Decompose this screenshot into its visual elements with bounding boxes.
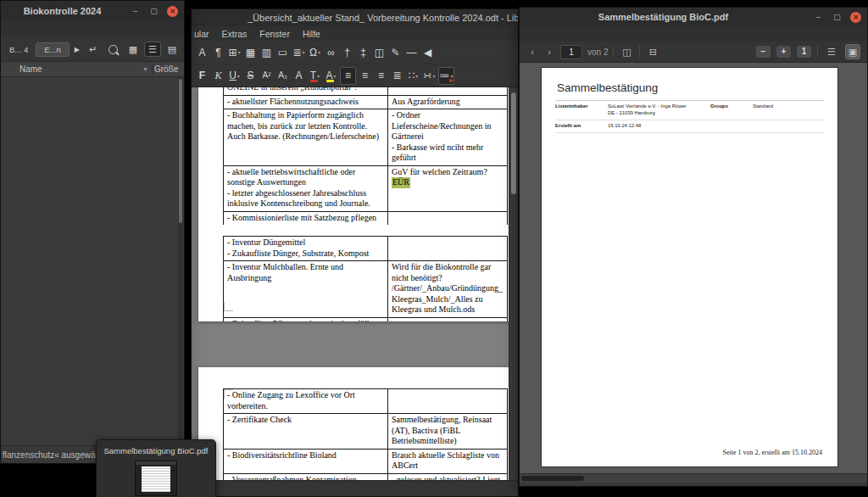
writer-menubar: ularExtrasFensterHilfe <box>192 26 518 41</box>
subscript-icon[interactable]: A₂ ▾ <box>275 68 290 84</box>
list-column-headers[interactable]: Name ▼ Größe <box>1 62 184 77</box>
dual-page-view-icon[interactable]: ▣ <box>845 44 860 59</box>
icon-glyph: ∺ <box>423 70 431 81</box>
track-changes-icon[interactable]: ✎ ▾ <box>388 44 403 60</box>
formatting-marks-icon[interactable]: ¶ ▾ <box>211 44 225 60</box>
chevron-down-icon: ▾ <box>334 73 337 79</box>
cell-text: - aktuelle betriebswirtschaftliche oder … <box>227 167 370 209</box>
table-row: - aktuellster Flächennutzungsnachweis Au… <box>223 96 508 110</box>
zoom-out-icon[interactable]: − <box>756 46 771 58</box>
bullet-list-icon[interactable]: ∷ ▾ <box>406 68 420 84</box>
table-cell-left: - Inventur Düngemittel - Zukaufliste Dün… <box>223 237 388 260</box>
align-left-icon[interactable]: ≡ ▾ <box>340 67 356 85</box>
outline-list-icon[interactable]: ≔ ▾ <box>438 67 454 85</box>
pdf-titlebar[interactable]: Sammelbestätigung BioC.pdf – ▢ ✕ <box>520 8 867 26</box>
insert-footnote-icon[interactable]: † ▾ <box>340 44 354 60</box>
maximize-icon[interactable]: ▢ <box>148 6 159 17</box>
writer-vertical-scrollbar[interactable] <box>509 87 518 480</box>
close-icon[interactable]: ✕ <box>167 6 178 17</box>
icon-glyph: ✎ <box>391 47 399 58</box>
bold-icon[interactable]: F ▾ <box>195 68 209 84</box>
menu-item[interactable]: Fenster <box>259 29 290 39</box>
insert-comment-icon[interactable]: ◫ ▾ <box>372 44 387 60</box>
writer-toolbar-standard: A ▾ ¶ ▾ ⊞ ▾ ▦ ▾ ▥ ▾ ▭ ▾ ≣ ▾ Ω <box>192 41 518 64</box>
column-divider[interactable] <box>152 64 153 75</box>
column-header-name[interactable]: Name <box>19 64 42 74</box>
zoom-in-icon[interactable]: + <box>776 46 791 58</box>
insert-table-icon[interactable]: ⊞ ▾ <box>227 44 242 60</box>
thumbnail-page <box>142 466 170 492</box>
insert-endnote-icon[interactable]: ‡ ▾ <box>356 44 370 60</box>
scrollbar-handle[interactable] <box>511 92 516 194</box>
cell-text: - gelesen und aktualisiert? Liegt ausged… <box>392 475 504 481</box>
insert-hyperlink-icon[interactable]: ∞ ▾ <box>324 44 338 60</box>
menu-item[interactable]: Hilfe <box>303 29 320 39</box>
continuous-view-icon[interactable]: ☰ <box>824 47 839 58</box>
writer-page-1[interactable]: ONLINE in unserem „Kundenportal“. - aktu… <box>198 87 515 321</box>
writer-titlebar[interactable]: _Übersicht_aktueller Stand_ Vorbereitung… <box>192 9 518 26</box>
close-icon[interactable]: ✕ <box>850 12 861 23</box>
scrollbar-handle[interactable] <box>179 79 182 223</box>
file-manager-window: Biokontrolle 2024 – ▢ ✕ B... 4 E...n ▶ ↵… <box>0 0 185 464</box>
list-view-icon[interactable]: ☰ <box>144 42 161 57</box>
table-row: - Inventur Düngemittel - Zukaufliste Dün… <box>223 237 508 261</box>
cell-text: ONLINE in unserem „Kundenportal“. <box>227 87 357 92</box>
minimize-icon[interactable]: – <box>813 12 824 23</box>
icon-glyph: ≡ <box>345 70 351 81</box>
sidebar-toggle-icon[interactable]: ◫ <box>619 47 634 58</box>
toolbar-overflow-icon[interactable]: ◀ ▾ <box>420 44 435 60</box>
scrollbar-handle[interactable] <box>521 476 584 481</box>
strikethrough-icon[interactable]: S ▾ <box>243 68 258 84</box>
pdf-doc-title: Sammelbestätigung <box>557 81 824 94</box>
justify-icon[interactable]: ≣ ▾ <box>390 68 404 84</box>
menu-item[interactable]: Extras <box>222 29 248 39</box>
italic-icon[interactable]: K ▾ <box>211 68 225 84</box>
maximize-icon[interactable]: ▢ <box>832 12 843 23</box>
window-preview-popup[interactable]: Sammelbestätigung BioC.pdf <box>96 439 216 497</box>
underline-icon[interactable]: U ▾ <box>227 68 242 84</box>
print-icon[interactable]: ⊟ <box>645 47 660 58</box>
writer-document-area[interactable]: ONLINE in unserem „Kundenportal“. - aktu… <box>192 87 518 480</box>
back-button[interactable]: B... 4 <box>4 42 33 57</box>
window-controls: – ▢ ✕ <box>124 6 184 17</box>
writer-page-2[interactable]: - Online Zugang zu Lexoffice vor Ort vor… <box>198 367 515 480</box>
page-margin-mark <box>224 389 233 399</box>
pdf-horizontal-scrollbar[interactable] <box>520 473 867 483</box>
insert-image-icon[interactable]: ▦ ▾ <box>243 44 258 60</box>
styles-icon[interactable]: A ▾ <box>195 44 209 60</box>
icon-glyph: A₂ <box>278 71 287 80</box>
file-list-scrollbar[interactable] <box>178 77 183 445</box>
file-manager-titlebar[interactable]: Biokontrolle 2024 – ▢ ✕ <box>1 1 184 21</box>
file-manager-menubar <box>1 21 184 37</box>
align-center-icon[interactable]: ≡ ▾ <box>358 68 372 84</box>
insert-field-icon[interactable]: ≣ ▾ <box>292 44 306 60</box>
clear-formatting-icon[interactable]: A ▾ <box>292 68 306 84</box>
insert-chart-icon[interactable]: ▥ ▾ <box>259 44 274 60</box>
special-character-icon[interactable]: Ω ▾ <box>308 44 322 60</box>
pdf-document-area[interactable]: Sammelbestätigung Listeninhaber SoLawi V… <box>520 63 867 473</box>
font-color-icon[interactable]: T ▾ <box>308 68 322 84</box>
table-cell-right: Brauch aktuelle Schlagliste von ABCert <box>388 450 508 473</box>
insert-line-icon[interactable]: — ▾ <box>404 44 419 60</box>
highlight-color-icon[interactable]: A ▾ <box>324 68 338 84</box>
page-number-input[interactable]: 1 <box>560 45 582 59</box>
forward-button[interactable]: ▶ <box>72 43 82 56</box>
cell-text: - Online Zugang zu Lexoffice vor Ort vor… <box>227 390 355 410</box>
superscript-icon[interactable]: A² ▾ <box>259 68 274 84</box>
icon-glyph: ≣ <box>392 70 401 81</box>
previous-page-icon[interactable]: ‹ <box>526 47 538 57</box>
zoom-original-icon[interactable]: 1 <box>797 46 811 58</box>
compact-view-icon[interactable]: ▤ <box>164 44 181 55</box>
minimize-icon[interactable]: – <box>130 6 141 17</box>
insert-textbox-icon[interactable]: ▭ ▾ <box>275 44 290 60</box>
search-icon[interactable] <box>108 45 118 54</box>
location-entry-icon[interactable]: ↵ <box>85 44 102 55</box>
numbered-list-icon[interactable]: ∺ ▾ <box>422 68 437 84</box>
next-page-icon[interactable]: › <box>543 47 555 57</box>
menu-item[interactable]: ular <box>194 29 209 39</box>
align-right-icon[interactable]: ≡ ▾ <box>374 68 388 84</box>
grid-view-icon[interactable]: ▦ <box>125 44 142 55</box>
column-header-size[interactable]: Größe <box>154 64 182 74</box>
file-tree-list[interactable] <box>1 77 184 445</box>
current-folder-button[interactable]: E...n <box>36 42 70 57</box>
